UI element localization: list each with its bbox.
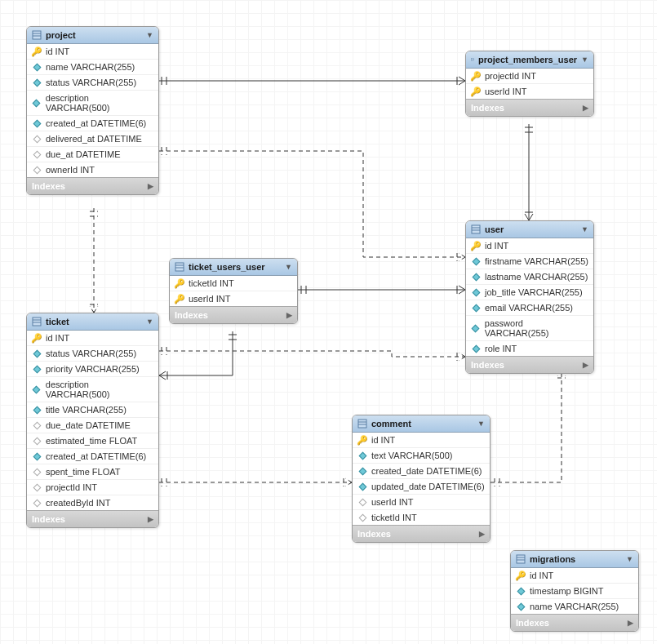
column-row[interactable]: ownerId INT — [27, 162, 158, 177]
column-text: projectId INT — [485, 71, 536, 81]
indexes-label: Indexes — [32, 514, 65, 524]
column-row[interactable]: priority VARCHAR(255) — [27, 362, 158, 377]
diamond-icon — [471, 272, 481, 282]
column-row[interactable]: projectId INT — [27, 480, 158, 495]
entity-ticket[interactable]: ticket ▼ 🔑id INT status VARCHAR(255) pri… — [26, 313, 159, 528]
entity-migrations[interactable]: migrations ▼ 🔑id INT timestamp BIGINT na… — [510, 550, 639, 632]
column-row[interactable]: lastname VARCHAR(255) — [466, 269, 593, 285]
diamond-icon — [357, 497, 367, 507]
entity-header[interactable]: comment ▼ — [353, 415, 490, 433]
entity-header[interactable]: project_members_user ▼ — [466, 51, 593, 69]
diamond-icon — [32, 482, 42, 492]
fk-key-icon: 🔑 — [471, 71, 481, 81]
key-icon: 🔑 — [516, 571, 526, 580]
entity-project[interactable]: project ▼ 🔑id INT name VARCHAR(255) stat… — [26, 26, 159, 195]
column-row[interactable]: 🔑id INT — [27, 44, 158, 60]
entity-header[interactable]: ticket ▼ — [27, 313, 158, 331]
column-row[interactable]: spent_time FLOAT — [27, 464, 158, 480]
diamond-icon — [357, 466, 367, 476]
column-text: status VARCHAR(255) — [46, 78, 136, 87]
entity-header[interactable]: ticket_users_user ▼ — [170, 259, 297, 276]
indexes-section[interactable]: Indexes ▶ — [466, 99, 593, 116]
column-row[interactable]: created_at DATETIME(6) — [27, 116, 158, 131]
chevron-right-icon: ▶ — [583, 361, 588, 369]
column-row[interactable]: email VARCHAR(255) — [466, 300, 593, 316]
column-row[interactable]: estimated_time FLOAT — [27, 433, 158, 449]
diamond-icon — [471, 344, 481, 353]
column-row[interactable]: text VARCHAR(500) — [353, 448, 490, 464]
column-text: id INT — [371, 435, 395, 445]
column-row[interactable]: 🔑userId INT — [466, 84, 593, 99]
column-row[interactable]: 🔑id INT — [466, 238, 593, 254]
table-icon — [516, 554, 526, 564]
entity-user[interactable]: user ▼ 🔑id INT firstname VARCHAR(255) la… — [465, 220, 594, 374]
entity-ticket-users-user[interactable]: ticket_users_user ▼ 🔑ticketId INT 🔑userI… — [169, 258, 298, 324]
diamond-icon — [32, 451, 42, 461]
diamond-icon — [471, 287, 481, 297]
entity-header[interactable]: user ▼ — [466, 221, 593, 238]
column-row[interactable]: password VARCHAR(255) — [466, 316, 593, 341]
column-row[interactable]: name VARCHAR(255) — [511, 599, 638, 614]
column-row[interactable]: due_date DATETIME — [27, 418, 158, 433]
column-row[interactable]: delivered_at DATETIME — [27, 131, 158, 147]
column-text: email VARCHAR(255) — [485, 303, 573, 313]
diamond-icon — [471, 303, 481, 313]
key-icon: 🔑 — [471, 241, 481, 251]
column-text: priority VARCHAR(255) — [46, 364, 140, 374]
chevron-right-icon: ▶ — [286, 311, 292, 319]
column-text: name VARCHAR(255) — [530, 602, 619, 611]
diamond-icon — [32, 467, 42, 477]
column-text: userId INT — [189, 294, 230, 304]
entity-comment[interactable]: comment ▼ 🔑id INT text VARCHAR(500) crea… — [352, 415, 491, 543]
diamond-icon — [516, 602, 526, 611]
column-text: id INT — [46, 47, 69, 56]
column-text: ticketId INT — [189, 278, 234, 288]
entity-header[interactable]: project ▼ — [27, 27, 158, 44]
indexes-section[interactable]: Indexes ▶ — [466, 356, 593, 373]
indexes-section[interactable]: Indexes ▶ — [170, 306, 297, 323]
column-row[interactable]: userId INT — [353, 495, 490, 510]
column-row[interactable]: due_at DATETIME — [27, 147, 158, 162]
column-row[interactable]: status VARCHAR(255) — [27, 75, 158, 91]
column-row[interactable]: description VARCHAR(500) — [27, 91, 158, 116]
column-row[interactable]: role INT — [466, 341, 593, 356]
entity-project-members-user[interactable]: project_members_user ▼ 🔑projectId INT 🔑u… — [465, 51, 594, 117]
column-row[interactable]: 🔑id INT — [511, 568, 638, 584]
indexes-label: Indexes — [357, 529, 391, 539]
indexes-section[interactable]: Indexes ▶ — [511, 614, 638, 631]
column-row[interactable]: firstname VARCHAR(255) — [466, 254, 593, 269]
indexes-label: Indexes — [471, 103, 504, 113]
column-row[interactable]: updated_date DATETIME(6) — [353, 479, 490, 495]
diamond-icon — [32, 165, 42, 175]
column-row[interactable]: job_title VARCHAR(255) — [466, 285, 593, 300]
diamond-icon — [32, 149, 42, 159]
indexes-label: Indexes — [471, 360, 504, 370]
diamond-icon — [32, 78, 42, 87]
column-text: title VARCHAR(255) — [46, 405, 127, 415]
key-icon: 🔑 — [357, 435, 367, 445]
indexes-section[interactable]: Indexes ▶ — [353, 525, 490, 542]
column-row[interactable]: 🔑id INT — [353, 433, 490, 448]
column-text: spent_time FLOAT — [46, 467, 121, 477]
column-row[interactable]: ticketId INT — [353, 510, 490, 525]
column-row[interactable]: created_at DATETIME(6) — [27, 449, 158, 464]
column-row[interactable]: status VARCHAR(255) — [27, 346, 158, 362]
indexes-section[interactable]: Indexes ▶ — [27, 510, 158, 527]
column-row[interactable]: 🔑userId INT — [170, 291, 297, 306]
column-row[interactable]: 🔑id INT — [27, 331, 158, 346]
column-row[interactable]: title VARCHAR(255) — [27, 402, 158, 418]
column-row[interactable]: timestamp BIGINT — [511, 584, 638, 599]
column-row[interactable]: 🔑projectId INT — [466, 69, 593, 84]
column-row[interactable]: description VARCHAR(500) — [27, 377, 158, 402]
indexes-section[interactable]: Indexes ▶ — [27, 177, 158, 194]
column-row[interactable]: createdById INT — [27, 495, 158, 510]
column-row[interactable]: 🔑ticketId INT — [170, 276, 297, 291]
column-row[interactable]: name VARCHAR(255) — [27, 60, 158, 75]
column-text: firstname VARCHAR(255) — [485, 256, 588, 266]
column-text: description VARCHAR(500) — [46, 93, 153, 113]
diamond-icon — [32, 364, 42, 374]
column-row[interactable]: created_date DATETIME(6) — [353, 464, 490, 479]
fk-key-icon: 🔑 — [471, 87, 481, 96]
table-icon — [32, 30, 42, 40]
entity-header[interactable]: migrations ▼ — [511, 551, 638, 568]
